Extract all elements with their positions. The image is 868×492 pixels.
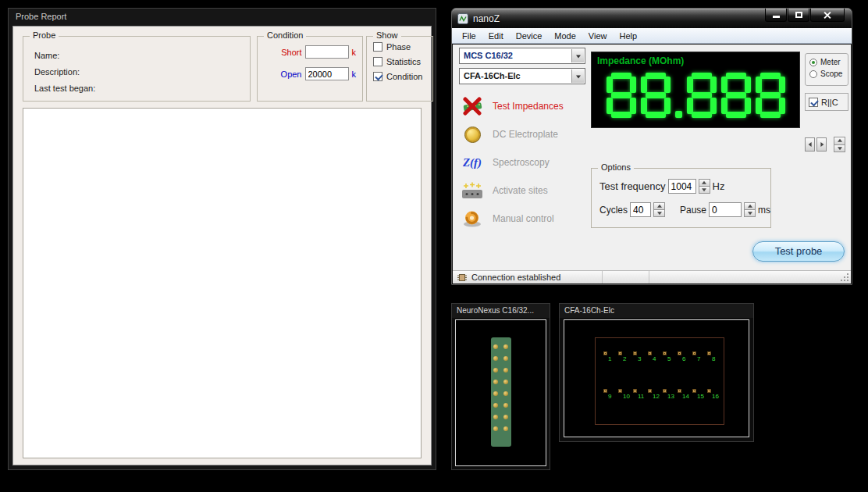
nanoz-titlebar[interactable]: nanoZ [452, 9, 852, 28]
minimize-button[interactable] [765, 9, 787, 22]
electrode-site-13[interactable]: 13 [662, 388, 675, 401]
site-number: 3 [638, 355, 641, 362]
electrode-site-14[interactable]: 14 [677, 388, 690, 401]
device-status-icon [457, 274, 467, 281]
chevron-down-icon[interactable] [571, 49, 584, 62]
pause-unit: ms [758, 205, 770, 216]
chevron-down-icon[interactable] [571, 70, 584, 83]
condition-group-label: Condition [264, 30, 306, 40]
cfa-title: CFA-16Ch-Elc [564, 306, 614, 315]
probe-contact-dot [503, 403, 508, 408]
probe-group-label: Probe [30, 30, 59, 40]
checkbox-statistics[interactable] [373, 57, 382, 66]
menu-device[interactable]: Device [510, 30, 549, 42]
probe-group: Probe Name: Description: Last test began… [23, 36, 251, 102]
lcd-digit [756, 73, 785, 118]
test-impedances-icon [459, 96, 486, 116]
site-number: 7 [697, 355, 700, 362]
neuronexus-titlebar[interactable]: NeuroNexus C16/32... [452, 304, 550, 318]
site-number: 6 [682, 355, 685, 362]
cfa-titlebar[interactable]: CFA-16Ch-Elc [560, 304, 753, 318]
electrode-site-1[interactable]: 1 [603, 351, 616, 363]
site-dot [648, 389, 652, 393]
short-threshold-input[interactable] [305, 45, 349, 59]
electrode-site-16[interactable]: 16 [706, 388, 720, 401]
electrode-site-4[interactable]: 4 [647, 351, 660, 363]
menu-mode[interactable]: Mode [548, 30, 582, 42]
close-button[interactable] [810, 9, 845, 22]
electrode-row-1: 12345678 [603, 351, 720, 363]
options-group: Options Test frequency Hz Cycles Pause m… [591, 168, 771, 228]
open-threshold-input[interactable] [305, 67, 349, 80]
pause-input[interactable] [709, 202, 742, 217]
menu-edit[interactable]: Edit [482, 30, 510, 42]
spectroscopy-label: Spectroscopy [493, 157, 550, 168]
electrode-site-15[interactable]: 15 [692, 388, 705, 401]
probe-contact-dot [503, 415, 508, 419]
spinner-up-icon[interactable] [834, 137, 845, 145]
nanoz-title: nanoZ [473, 13, 500, 24]
status-pane-3 [649, 271, 851, 283]
probe-combo[interactable]: CFA-16Ch-Elc [459, 68, 585, 84]
cycles-label: Cycles [599, 205, 628, 216]
site-dot [663, 389, 667, 393]
electrode-site-5[interactable]: 5 [662, 351, 675, 363]
impedance-display: Impedance (MOhm) [591, 52, 800, 128]
test-frequency-spinner[interactable] [699, 179, 710, 194]
checkbox-rc[interactable] [809, 98, 818, 107]
probe-contact-dot [503, 368, 508, 373]
electrode-site-10[interactable]: 10 [617, 388, 631, 401]
probe-report-titlebar[interactable]: Probe Report [9, 9, 436, 24]
device-combo[interactable]: MCS C16/32 [459, 48, 585, 64]
site-dot [678, 351, 681, 355]
menu-file[interactable]: File [456, 30, 482, 42]
cycles-spinner[interactable] [653, 202, 665, 217]
site-number: 12 [653, 393, 660, 400]
menu-help[interactable]: Help [614, 30, 644, 42]
test-impedances-label: Test Impedances [493, 101, 564, 112]
test-frequency-input[interactable] [668, 179, 696, 194]
site-dot [618, 351, 622, 355]
electrode-row-2: 910111213141516 [603, 388, 720, 401]
menu-bar: File Edit Device Mode View Help [452, 28, 852, 44]
channel-next-button[interactable] [816, 137, 827, 152]
channel-spinner[interactable] [834, 137, 845, 152]
electrode-site-8[interactable]: 8 [706, 351, 720, 363]
probe-contact-dot [493, 368, 498, 373]
site-number: 5 [667, 355, 671, 362]
menu-view[interactable]: View [582, 30, 614, 42]
radio-meter[interactable] [809, 59, 817, 66]
pause-spinner[interactable] [744, 202, 756, 217]
report-area [23, 108, 422, 458]
probe-contact-dot [503, 391, 508, 396]
neuronexus-view [455, 319, 546, 466]
test-frequency-label: Test frequency [599, 180, 666, 192]
electrode-site-2[interactable]: 2 [617, 351, 631, 363]
site-number: 1 [608, 355, 611, 362]
manual-control-button[interactable]: Manual control [459, 207, 587, 230]
checkbox-condition[interactable] [373, 72, 382, 81]
test-impedances-button[interactable]: Test Impedances [459, 94, 587, 118]
channel-prev-button[interactable] [805, 137, 815, 152]
electrode-site-7[interactable]: 7 [692, 351, 705, 363]
status-text: Connection established [471, 273, 560, 282]
electrode-site-3[interactable]: 3 [632, 351, 646, 363]
dc-electroplate-button[interactable]: DC Electroplate [459, 123, 587, 146]
electrode-site-6[interactable]: 6 [677, 351, 690, 363]
cycles-input[interactable] [630, 202, 651, 217]
site-dot [603, 351, 607, 355]
resize-grip[interactable] [841, 273, 849, 282]
checkbox-phase[interactable] [373, 42, 382, 52]
probe-description-label: Description: [34, 64, 250, 80]
electrode-site-12[interactable]: 12 [647, 388, 660, 401]
spectroscopy-button[interactable]: Z(f) Spectroscopy [459, 151, 587, 174]
electrode-site-9[interactable]: 9 [603, 388, 616, 401]
maximize-button[interactable] [788, 9, 809, 22]
test-probe-button[interactable]: Test probe [752, 241, 845, 262]
electrode-site-11[interactable]: 11 [632, 388, 646, 401]
activate-sites-button[interactable]: Activate sites [459, 179, 587, 202]
spinner-down-icon[interactable] [834, 145, 845, 153]
site-dot [603, 389, 607, 393]
site-dot [692, 389, 696, 393]
radio-scope[interactable] [809, 70, 817, 78]
